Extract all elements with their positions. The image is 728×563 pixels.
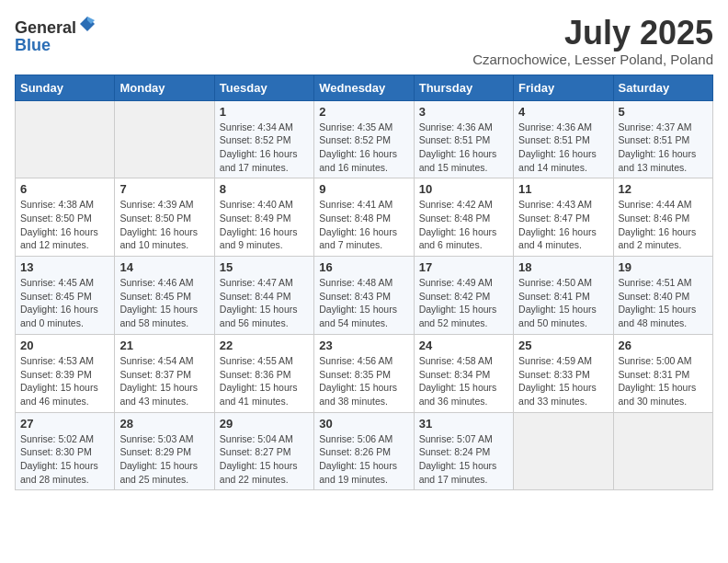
day-number: 23	[319, 339, 408, 352]
calendar-cell: 18Sunrise: 4:50 AMSunset: 8:41 PMDayligh…	[514, 257, 613, 335]
day-number: 31	[419, 417, 508, 431]
day-info: Sunrise: 4:55 AMSunset: 8:36 PMDaylight:…	[220, 354, 309, 408]
day-number: 7	[119, 182, 209, 196]
calendar-cell: 10Sunrise: 4:42 AMSunset: 8:48 PMDayligh…	[414, 178, 513, 257]
location-title: Czarnochowice, Lesser Poland, Poland	[472, 52, 713, 67]
day-number: 2	[319, 105, 408, 119]
calendar-cell: 21Sunrise: 4:54 AMSunset: 8:37 PMDayligh…	[115, 334, 214, 412]
calendar-cell: 19Sunrise: 4:51 AMSunset: 8:40 PMDayligh…	[613, 257, 712, 335]
calendar-cell: 22Sunrise: 4:55 AMSunset: 8:36 PMDayligh…	[214, 334, 313, 412]
day-info: Sunrise: 4:44 AMSunset: 8:46 PMDaylight:…	[619, 198, 708, 252]
calendar-cell: 27Sunrise: 5:02 AMSunset: 8:30 PMDayligh…	[16, 412, 115, 490]
day-number: 29	[220, 417, 309, 431]
day-info: Sunrise: 4:40 AMSunset: 8:49 PMDaylight:…	[220, 198, 309, 252]
calendar-cell: 13Sunrise: 4:45 AMSunset: 8:45 PMDayligh…	[16, 257, 115, 335]
day-number: 3	[419, 105, 508, 119]
day-number: 13	[20, 260, 109, 274]
header-day-wednesday: Wednesday	[314, 75, 414, 100]
day-info: Sunrise: 4:36 AMSunset: 8:51 PMDaylight:…	[419, 121, 508, 175]
calendar-cell	[16, 100, 115, 178]
day-number: 4	[518, 105, 608, 119]
day-info: Sunrise: 4:58 AMSunset: 8:34 PMDaylight:…	[419, 354, 508, 408]
day-number: 10	[419, 182, 508, 196]
header-day-thursday: Thursday	[414, 75, 513, 100]
day-info: Sunrise: 4:50 AMSunset: 8:41 PMDaylight:…	[518, 276, 608, 330]
calendar-week-3: 13Sunrise: 4:45 AMSunset: 8:45 PMDayligh…	[16, 257, 713, 335]
day-info: Sunrise: 4:39 AMSunset: 8:50 PMDaylight:…	[119, 198, 209, 252]
day-info: Sunrise: 5:02 AMSunset: 8:30 PMDaylight:…	[20, 432, 109, 487]
calendar-week-5: 27Sunrise: 5:02 AMSunset: 8:30 PMDayligh…	[16, 412, 713, 490]
header-day-friday: Friday	[514, 75, 613, 100]
calendar-week-1: 1Sunrise: 4:34 AMSunset: 8:52 PMDaylight…	[16, 100, 713, 178]
calendar-cell: 9Sunrise: 4:41 AMSunset: 8:48 PMDaylight…	[314, 178, 414, 257]
day-info: Sunrise: 4:35 AMSunset: 8:52 PMDaylight:…	[319, 121, 408, 175]
day-info: Sunrise: 5:07 AMSunset: 8:24 PMDaylight:…	[419, 432, 508, 487]
day-number: 8	[220, 182, 309, 196]
day-number: 12	[619, 182, 708, 196]
calendar-cell: 28Sunrise: 5:03 AMSunset: 8:29 PMDayligh…	[115, 412, 214, 490]
calendar-cell: 5Sunrise: 4:37 AMSunset: 8:51 PMDaylight…	[613, 100, 712, 178]
calendar-cell: 12Sunrise: 4:44 AMSunset: 8:46 PMDayligh…	[613, 178, 712, 257]
day-number: 11	[518, 182, 608, 196]
day-number: 26	[619, 339, 708, 352]
day-info: Sunrise: 4:41 AMSunset: 8:48 PMDaylight:…	[319, 198, 408, 252]
calendar-week-2: 6Sunrise: 4:38 AMSunset: 8:50 PMDaylight…	[16, 178, 713, 257]
header-day-saturday: Saturday	[613, 75, 712, 100]
day-number: 16	[319, 260, 408, 274]
calendar-cell: 16Sunrise: 4:48 AMSunset: 8:43 PMDayligh…	[314, 257, 414, 335]
day-info: Sunrise: 4:43 AMSunset: 8:47 PMDaylight:…	[518, 198, 608, 252]
calendar-cell: 24Sunrise: 4:58 AMSunset: 8:34 PMDayligh…	[414, 334, 513, 412]
month-title: July 2025	[472, 15, 713, 52]
day-number: 28	[119, 417, 209, 431]
calendar-cell: 11Sunrise: 4:43 AMSunset: 8:47 PMDayligh…	[514, 178, 613, 257]
calendar-cell: 25Sunrise: 4:59 AMSunset: 8:33 PMDayligh…	[514, 334, 613, 412]
day-info: Sunrise: 4:59 AMSunset: 8:33 PMDaylight:…	[518, 354, 608, 408]
day-info: Sunrise: 4:34 AMSunset: 8:52 PMDaylight:…	[220, 121, 309, 175]
day-info: Sunrise: 5:04 AMSunset: 8:27 PMDaylight:…	[220, 432, 309, 487]
calendar-cell: 14Sunrise: 4:46 AMSunset: 8:45 PMDayligh…	[115, 257, 214, 335]
calendar-table: SundayMondayTuesdayWednesdayThursdayFrid…	[15, 75, 713, 491]
day-number: 22	[220, 339, 309, 352]
logo-icon	[78, 15, 97, 33]
day-info: Sunrise: 5:00 AMSunset: 8:31 PMDaylight:…	[619, 354, 708, 408]
day-number: 25	[518, 339, 608, 352]
logo: General Blue	[15, 15, 97, 54]
day-number: 1	[220, 105, 309, 119]
day-number: 30	[319, 417, 408, 431]
day-number: 9	[319, 182, 408, 196]
calendar-cell: 1Sunrise: 4:34 AMSunset: 8:52 PMDaylight…	[214, 100, 313, 178]
calendar-cell	[514, 412, 613, 490]
day-info: Sunrise: 4:46 AMSunset: 8:45 PMDaylight:…	[119, 276, 209, 330]
day-number: 5	[619, 105, 708, 119]
day-info: Sunrise: 4:53 AMSunset: 8:39 PMDaylight:…	[20, 354, 109, 408]
calendar-cell: 29Sunrise: 5:04 AMSunset: 8:27 PMDayligh…	[214, 412, 313, 490]
calendar-cell: 31Sunrise: 5:07 AMSunset: 8:24 PMDayligh…	[414, 412, 513, 490]
day-info: Sunrise: 5:03 AMSunset: 8:29 PMDaylight:…	[119, 432, 209, 487]
day-number: 17	[419, 260, 508, 274]
calendar-cell: 15Sunrise: 4:47 AMSunset: 8:44 PMDayligh…	[214, 257, 313, 335]
header-day-sunday: Sunday	[16, 75, 115, 100]
day-number: 14	[119, 260, 209, 274]
day-number: 19	[619, 260, 708, 274]
calendar-week-4: 20Sunrise: 4:53 AMSunset: 8:39 PMDayligh…	[16, 334, 713, 412]
logo-text-general: General	[15, 18, 76, 37]
calendar-cell: 8Sunrise: 4:40 AMSunset: 8:49 PMDaylight…	[214, 178, 313, 257]
calendar-cell	[115, 100, 214, 178]
calendar-cell: 23Sunrise: 4:56 AMSunset: 8:35 PMDayligh…	[314, 334, 414, 412]
page-header: General Blue July 2025 Czarnochowice, Le…	[15, 15, 713, 67]
day-number: 6	[20, 182, 109, 196]
day-info: Sunrise: 4:42 AMSunset: 8:48 PMDaylight:…	[419, 198, 508, 252]
day-info: Sunrise: 4:45 AMSunset: 8:45 PMDaylight:…	[20, 276, 109, 330]
calendar-header-row: SundayMondayTuesdayWednesdayThursdayFrid…	[16, 75, 713, 100]
day-info: Sunrise: 4:56 AMSunset: 8:35 PMDaylight:…	[319, 354, 408, 408]
day-number: 18	[518, 260, 608, 274]
calendar-cell: 3Sunrise: 4:36 AMSunset: 8:51 PMDaylight…	[414, 100, 513, 178]
header-day-tuesday: Tuesday	[214, 75, 313, 100]
day-info: Sunrise: 4:47 AMSunset: 8:44 PMDaylight:…	[220, 276, 309, 330]
day-info: Sunrise: 5:06 AMSunset: 8:26 PMDaylight:…	[319, 432, 408, 487]
day-info: Sunrise: 4:37 AMSunset: 8:51 PMDaylight:…	[619, 121, 708, 175]
calendar-cell: 26Sunrise: 5:00 AMSunset: 8:31 PMDayligh…	[613, 334, 712, 412]
day-number: 15	[220, 260, 309, 274]
calendar-cell: 4Sunrise: 4:36 AMSunset: 8:51 PMDaylight…	[514, 100, 613, 178]
day-number: 20	[20, 339, 109, 352]
